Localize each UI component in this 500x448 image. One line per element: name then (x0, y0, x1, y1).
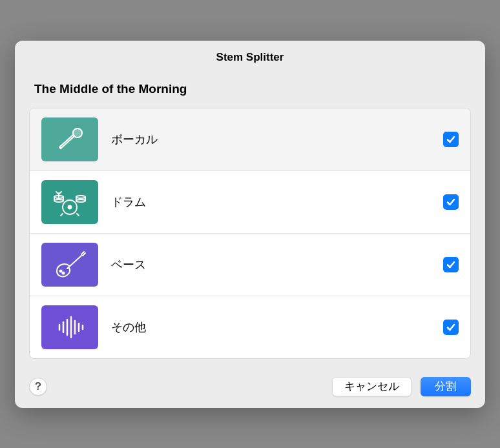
stem-row-vocals[interactable]: ボーカル (30, 108, 470, 171)
waveform-icon (41, 305, 98, 349)
drums-icon (41, 180, 98, 224)
svg-point-4 (76, 199, 85, 202)
stem-checkbox-drums[interactable] (443, 194, 459, 210)
stem-label: ベース (111, 257, 443, 272)
stem-label: その他 (111, 320, 443, 335)
stem-row-drums[interactable]: ドラム (30, 171, 470, 234)
svg-point-8 (63, 272, 65, 274)
svg-point-7 (60, 270, 62, 272)
microphone-icon (41, 117, 98, 161)
stem-row-bass[interactable]: ベース (30, 234, 470, 296)
stem-checkbox-bass[interactable] (443, 257, 459, 272)
stems-list: ボーカル (29, 108, 471, 359)
song-title: The Middle of the Morning (29, 74, 471, 108)
help-button[interactable]: ? (29, 378, 47, 396)
stem-checkbox-other[interactable] (443, 320, 459, 335)
dialog-title: Stem Splitter (15, 41, 485, 74)
svg-point-3 (76, 196, 85, 198)
cancel-button[interactable]: キャンセル (332, 377, 411, 396)
bass-guitar-icon (41, 243, 98, 287)
stem-checkbox-vocals[interactable] (443, 132, 459, 147)
svg-point-6 (68, 205, 72, 209)
dialog-content: The Middle of the Morning ボーカル (15, 74, 485, 368)
stem-splitter-dialog: Stem Splitter The Middle of the Morning (15, 41, 485, 408)
stem-label: ボーカル (111, 132, 443, 147)
dialog-footer: ? キャンセル 分割 (15, 368, 485, 408)
split-button[interactable]: 分割 (421, 377, 471, 396)
svg-point-2 (54, 199, 63, 202)
stem-label: ドラム (111, 194, 443, 210)
stem-row-other[interactable]: その他 (30, 296, 470, 358)
